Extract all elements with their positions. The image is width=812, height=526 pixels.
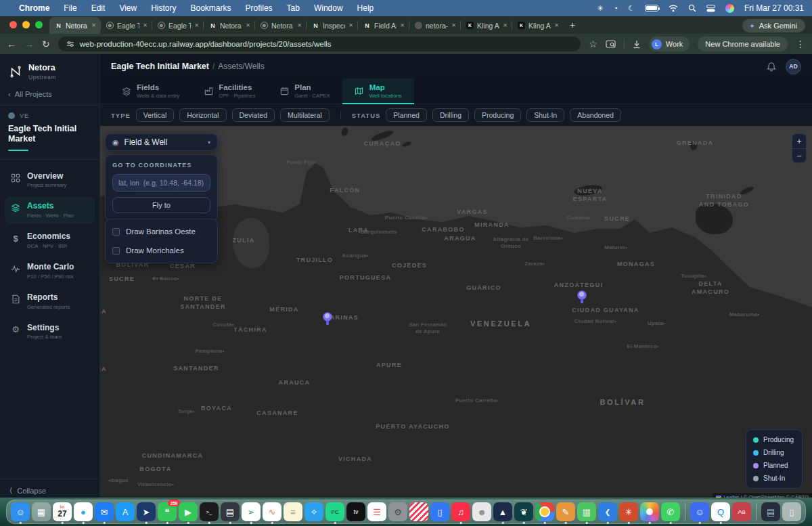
dock-icon-reminders[interactable]: ☰ bbox=[367, 502, 386, 521]
dock-icon-paper-plane[interactable]: ➤ bbox=[137, 502, 156, 521]
tab-close-icon[interactable]: ✕ bbox=[194, 22, 199, 28]
status-filter-planned[interactable]: Planned bbox=[386, 108, 427, 122]
browser-tab[interactable]: netora-upst✕ bbox=[409, 17, 460, 34]
dock-icon-settings[interactable]: ⚙ bbox=[388, 502, 407, 521]
dock-icon-music[interactable]: ♫ bbox=[451, 502, 470, 521]
sidebar-item-overview[interactable]: OverviewProject summary bbox=[5, 167, 95, 194]
tab-close-icon[interactable]: ✕ bbox=[451, 22, 456, 28]
status-filter-abandoned[interactable]: Abandoned bbox=[570, 108, 621, 122]
menu-item-window[interactable]: Window bbox=[314, 3, 343, 13]
tab-close-icon[interactable]: ✕ bbox=[554, 22, 559, 28]
sidebar-item-assets[interactable]: AssetsFields · Wells · Plan bbox=[5, 196, 95, 224]
menu-item-bookmarks[interactable]: Bookmarks bbox=[191, 3, 231, 13]
wifi-icon[interactable] bbox=[669, 5, 678, 12]
dock-icon-mail[interactable]: ✉ bbox=[95, 502, 114, 521]
timer-status-icon[interactable]: ◔ bbox=[613, 4, 618, 12]
draw-option-draw-barinas-oeste[interactable]: Draw Barinas Oeste bbox=[112, 222, 210, 241]
window-zoom-button[interactable] bbox=[35, 21, 43, 28]
dock-icon-quicktime[interactable]: Q bbox=[711, 502, 730, 521]
draw-option-draw-morichales[interactable]: Draw Morichales bbox=[112, 241, 210, 260]
tab-close-icon[interactable]: ✕ bbox=[400, 22, 405, 28]
tab-map[interactable]: MapWell locations bbox=[342, 79, 414, 104]
zoom-in-button[interactable]: + bbox=[792, 134, 806, 148]
fly-to-button[interactable]: Fly to bbox=[112, 197, 210, 213]
dock-icon-numbers[interactable]: ▥ bbox=[577, 502, 596, 521]
coordinates-input[interactable] bbox=[112, 174, 210, 192]
browser-tab[interactable]: NInspeccione✕ bbox=[307, 17, 357, 34]
forward-button[interactable]: → bbox=[24, 39, 34, 49]
sidebar-item-settings[interactable]: ⚙SettingsProject & team bbox=[5, 318, 95, 346]
status-filter-shut-in[interactable]: Shut-In bbox=[526, 108, 564, 122]
control-center-icon[interactable] bbox=[706, 5, 715, 12]
tab-close-icon[interactable]: ✕ bbox=[348, 22, 353, 28]
bookmark-star-icon[interactable]: ☆ bbox=[589, 39, 597, 49]
asterisk-status-icon[interactable]: ✳ bbox=[597, 4, 603, 13]
browser-tab[interactable]: NNetora Upst✕ bbox=[49, 17, 100, 34]
browser-tab[interactable]: ⊕Netora Prod✕ bbox=[255, 17, 306, 34]
dock-icon-starburst-app[interactable]: ✳ bbox=[619, 502, 638, 521]
well-marker[interactable] bbox=[323, 312, 332, 322]
browser-tab[interactable]: ⊕Eagle Tech I✕ bbox=[101, 17, 152, 34]
dock-icon-notes[interactable]: ≡ bbox=[284, 502, 302, 521]
status-filter-drilling[interactable]: Drilling bbox=[432, 108, 469, 122]
dock-icon-device-phone[interactable]: ▯ bbox=[430, 502, 449, 521]
tab-plan[interactable]: PlanGantt · CAPEX bbox=[267, 79, 342, 104]
dock-icon-app-store[interactable]: A bbox=[116, 502, 135, 521]
dock-icon-safari[interactable]: ✧ bbox=[304, 502, 323, 521]
window-minimize-button[interactable] bbox=[22, 21, 30, 28]
tab-facilities[interactable]: FacilitiesCPF · Pipelines bbox=[191, 79, 267, 104]
dock-icon-maps[interactable]: ➢ bbox=[242, 502, 261, 521]
type-filter-deviated[interactable]: Deviated bbox=[232, 108, 275, 122]
type-filter-horizontal[interactable]: Horizontal bbox=[179, 108, 226, 122]
dock-icon-pycharm[interactable]: PC bbox=[325, 502, 344, 521]
well-marker[interactable] bbox=[577, 290, 587, 300]
dock-icon-whatsapp[interactable]: ✆ bbox=[661, 502, 680, 521]
site-settings-icon[interactable] bbox=[66, 41, 74, 47]
user-avatar[interactable]: AD bbox=[786, 59, 801, 74]
menu-item-file[interactable]: File bbox=[64, 3, 76, 13]
spotlight-search-icon[interactable] bbox=[688, 4, 696, 12]
moon-icon[interactable]: ☾ bbox=[628, 4, 635, 13]
menu-item-chrome[interactable]: Chrome bbox=[19, 3, 49, 13]
dock-icon-finder[interactable]: ☺ bbox=[11, 502, 30, 521]
dock-icon-arc[interactable]: ▲ bbox=[493, 502, 512, 521]
sidebar-item-reports[interactable]: ReportsGenerated reports bbox=[5, 288, 95, 315]
dock-icon-assistant-app[interactable]: ☺ bbox=[690, 502, 709, 521]
dock-icon-launchpad[interactable]: ▦ bbox=[32, 502, 51, 521]
tab-fields[interactable]: FieldsWells & data entry bbox=[110, 79, 191, 104]
tab-close-icon[interactable]: ✕ bbox=[91, 22, 96, 28]
dock-icon-chrome[interactable] bbox=[535, 502, 554, 521]
reload-button[interactable]: ↻ bbox=[42, 39, 50, 49]
menubar-clock[interactable]: Fri Mar 27 00:31 bbox=[744, 3, 804, 13]
browser-tab[interactable]: NNetora Field✕ bbox=[204, 17, 254, 34]
dock-icon-photos[interactable] bbox=[640, 502, 659, 521]
zoom-out-button[interactable]: − bbox=[792, 148, 806, 162]
menu-item-history[interactable]: History bbox=[151, 3, 176, 13]
menu-item-tab[interactable]: Tab bbox=[287, 3, 300, 13]
dock-icon-facetime[interactable]: ▶ bbox=[179, 502, 198, 521]
tab-close-icon[interactable]: ✕ bbox=[503, 22, 508, 28]
dock-icon-dictionary[interactable]: Aa bbox=[732, 502, 751, 521]
dock-icon-vscode[interactable]: ❮ bbox=[598, 502, 617, 521]
status-filter-producing[interactable]: Producing bbox=[474, 108, 521, 122]
type-filter-vertical[interactable]: Vertical bbox=[136, 108, 174, 122]
browser-tab[interactable]: KKling AI: Ne✕ bbox=[512, 17, 563, 34]
dock-icon-contacts[interactable]: ☻ bbox=[472, 502, 491, 521]
menu-item-view[interactable]: View bbox=[119, 3, 137, 13]
browser-menu-icon[interactable]: ⋮ bbox=[796, 39, 805, 49]
back-button[interactable]: ← bbox=[7, 39, 16, 49]
download-icon[interactable] bbox=[633, 40, 641, 49]
window-close-button[interactable] bbox=[9, 21, 17, 28]
dock-icon-pages[interactable]: ✎ bbox=[556, 502, 575, 521]
chrome-update-button[interactable]: New Chrome available bbox=[698, 37, 788, 51]
dock-icon-browser-swirl[interactable]: ● bbox=[74, 502, 93, 521]
checkbox-icon[interactable] bbox=[112, 247, 120, 255]
dock-icon-trash[interactable]: ▯ bbox=[782, 502, 801, 521]
address-bar[interactable]: web-production-40ecc.up.railway.app/dash… bbox=[58, 37, 581, 51]
dock-icon-downloads-stack[interactable]: ▤ bbox=[761, 502, 780, 521]
ask-gemini-button[interactable]: ✦ Ask Gemini bbox=[742, 19, 805, 32]
browser-tab[interactable]: KKling AI: Ne✕ bbox=[461, 17, 512, 34]
profile-chip[interactable]: L Work bbox=[649, 37, 690, 51]
notifications-bell-icon[interactable] bbox=[767, 62, 776, 72]
sidebar-item-monte-carlo[interactable]: Monte CarloP10 / P50 / P90 risk bbox=[5, 257, 95, 285]
